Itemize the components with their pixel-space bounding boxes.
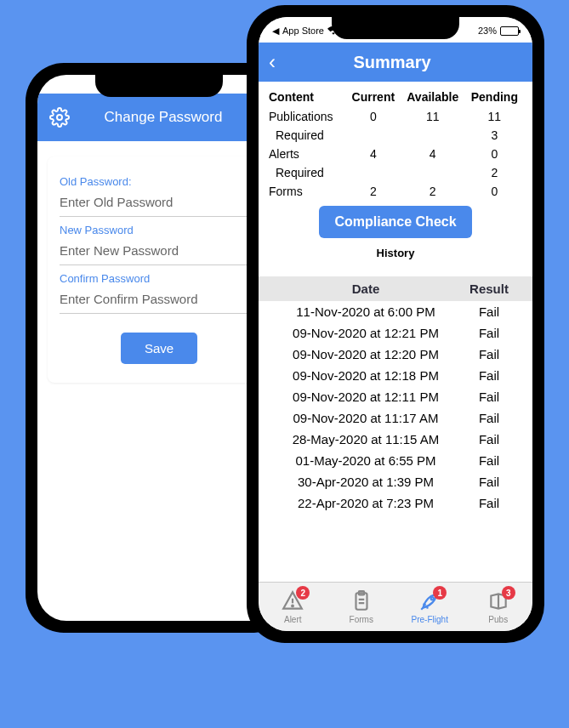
battery-text: 23% [478, 26, 497, 36]
phone-notch [332, 17, 459, 39]
tab-bar: Alert2FormsPre-Flight1Pubs3 [259, 582, 532, 631]
col-current: Current [346, 87, 401, 107]
phone-screen: Change Password Old Password: New Passwo… [37, 75, 281, 621]
new-password-input[interactable] [60, 236, 259, 265]
history-result: Fail [459, 475, 519, 489]
row-name: Forms [267, 182, 346, 201]
history-col-date: Date [272, 282, 459, 296]
row-name: Alerts [267, 145, 346, 163]
tab-preflight[interactable]: Pre-Flight1 [395, 583, 464, 631]
old-password-input[interactable] [60, 188, 259, 217]
status-back-text[interactable]: App Store [282, 26, 324, 36]
old-password-label: Old Password: [60, 168, 259, 188]
content-row: Required3 [267, 126, 524, 145]
history-date: 09-Nov-2020 at 12:11 PM [272, 390, 459, 404]
tab-forms[interactable]: Forms [327, 583, 396, 631]
history-row[interactable]: 28-May-2020 at 11:15 AMFail [259, 429, 532, 450]
history-result: Fail [459, 368, 519, 383]
history-row[interactable]: 01-May-2020 at 6:55 PMFail [259, 450, 532, 471]
tab-label: Pre-Flight [412, 615, 448, 624]
form-card: Old Password: New Password Confirm Passw… [48, 156, 270, 383]
row-current [346, 126, 401, 145]
row-pending: 2 [465, 163, 524, 182]
history-date: 22-Apr-2020 at 7:23 PM [272, 496, 459, 510]
history-list[interactable]: 11-Nov-2020 at 6:00 PMFail09-Nov-2020 at… [259, 301, 532, 514]
col-content: Content [267, 87, 346, 107]
row-available [401, 163, 465, 182]
history-row[interactable]: 22-Apr-2020 at 7:23 PMFail [259, 492, 532, 514]
summary-title: Summary [262, 53, 522, 72]
col-available: Available [401, 87, 465, 107]
history-row[interactable]: 30-Apr-2020 at 1:39 PMFail [259, 471, 532, 492]
history-row[interactable]: 11-Nov-2020 at 6:00 PMFail [259, 301, 532, 322]
tab-pubs[interactable]: Pubs3 [464, 583, 533, 631]
confirm-password-label: Confirm Password [60, 265, 259, 285]
history-row[interactable]: 09-Nov-2020 at 12:21 PMFail [259, 322, 532, 344]
history-date: 30-Apr-2020 at 1:39 PM [272, 475, 459, 489]
row-available: 2 [401, 182, 465, 201]
row-pending: 0 [465, 182, 524, 201]
compliance-check-button[interactable]: Compliance Check [319, 206, 471, 238]
row-available: 4 [401, 145, 465, 163]
row-current: 0 [346, 107, 401, 126]
row-current: 4 [346, 145, 401, 163]
history-date: 09-Nov-2020 at 12:18 PM [272, 368, 459, 383]
row-pending: 3 [465, 126, 524, 145]
history-date: 09-Nov-2020 at 12:20 PM [272, 347, 459, 361]
history-date: 11-Nov-2020 at 6:00 PM [272, 304, 459, 319]
phone-screen: ◀ App Store 23% ‹ Summary Content Curren [259, 17, 532, 631]
content-header-row: Content Current Available Pending [267, 87, 524, 107]
row-pending: 0 [465, 145, 524, 163]
content-table: Content Current Available Pending Public… [259, 82, 532, 276]
badge: 2 [296, 586, 310, 600]
row-name: Required [267, 126, 346, 145]
history-date: 28-May-2020 at 11:15 AM [272, 432, 459, 446]
tab-label: Pubs [488, 615, 508, 624]
badge: 3 [502, 586, 515, 600]
header-title: Change Password [58, 109, 269, 126]
history-result: Fail [459, 326, 519, 340]
history-row[interactable]: 09-Nov-2020 at 11:17 AMFail [259, 407, 532, 429]
phone-summary: ◀ App Store 23% ‹ Summary Content Curren [247, 5, 544, 643]
battery-icon [500, 26, 519, 36]
history-date: 09-Nov-2020 at 12:21 PM [272, 326, 459, 340]
row-current: 2 [346, 182, 401, 201]
row-pending: 11 [465, 107, 524, 126]
header: Change Password [37, 94, 281, 141]
forms-icon [350, 590, 373, 614]
row-name: Publications [267, 107, 346, 126]
svg-point-2 [292, 605, 293, 606]
history-col-result: Result [459, 282, 519, 296]
confirm-password-input[interactable] [60, 285, 259, 314]
history-date: 01-May-2020 at 6:55 PM [272, 453, 459, 468]
row-available: 11 [401, 107, 465, 126]
back-to-appstore-icon[interactable]: ◀ [272, 26, 279, 37]
col-pending: Pending [465, 87, 524, 107]
history-result: Fail [459, 304, 519, 319]
history-result: Fail [459, 390, 519, 404]
history-header: Date Result [259, 276, 532, 301]
content-row: Publications01111 [267, 107, 524, 126]
svg-point-7 [431, 597, 434, 600]
tab-alert[interactable]: Alert2 [259, 583, 327, 631]
history-row[interactable]: 09-Nov-2020 at 12:20 PMFail [259, 344, 532, 365]
history-result: Fail [459, 411, 519, 425]
badge: 1 [433, 586, 447, 600]
save-button[interactable]: Save [121, 333, 197, 364]
history-result: Fail [459, 453, 519, 468]
tab-label: Alert [284, 615, 302, 624]
content-row: Required2 [267, 163, 524, 182]
history-row[interactable]: 09-Nov-2020 at 12:18 PMFail [259, 365, 532, 386]
row-current [346, 163, 401, 182]
history-result: Fail [459, 347, 519, 361]
phone-notch [95, 75, 223, 97]
history-result: Fail [459, 432, 519, 446]
history-result: Fail [459, 496, 519, 510]
row-available [401, 126, 465, 145]
history-label: History [267, 242, 524, 268]
content-row: Forms220 [267, 182, 524, 201]
new-password-label: New Password [60, 217, 259, 236]
history-row[interactable]: 09-Nov-2020 at 12:11 PMFail [259, 386, 532, 407]
summary-header: ‹ Summary [259, 43, 532, 82]
row-name: Required [267, 163, 346, 182]
